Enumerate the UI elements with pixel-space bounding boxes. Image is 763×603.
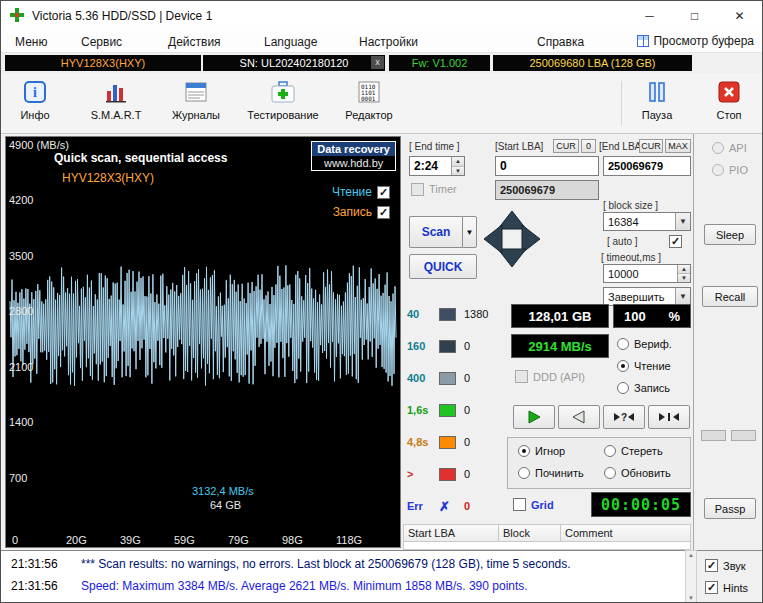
column-comment[interactable]: Comment [561, 524, 691, 542]
remap-radio[interactable] [518, 467, 530, 479]
api-radio [712, 142, 724, 154]
maximize-button[interactable]: □ [672, 1, 717, 31]
sound-checkbox[interactable] [705, 559, 718, 572]
menu-help[interactable]: Справка [537, 35, 584, 49]
journals-icon [184, 80, 208, 106]
scroll-up-icon[interactable]: ▲ [688, 552, 694, 558]
stop-button[interactable]: Стоп [701, 78, 757, 130]
smart-button[interactable]: S.M.A.R.T [83, 78, 149, 130]
passp-button[interactable]: Passp [704, 498, 756, 519]
mode-write[interactable]: Запись [617, 382, 670, 394]
write-radio[interactable] [617, 382, 629, 394]
percent-value: 100 [624, 309, 646, 324]
testing-button[interactable]: Тестирование [239, 78, 327, 130]
menu-main[interactable]: Меню [15, 35, 47, 49]
start-test-button[interactable] [513, 405, 555, 429]
window-controls: ─ □ ✕ [627, 1, 762, 31]
end-lba-input[interactable]: 250069679 [603, 156, 691, 176]
column-start-lba[interactable]: Start LBA [403, 524, 499, 542]
scroll-down-icon[interactable]: ▼ [688, 595, 694, 601]
menu-service[interactable]: Сервис [81, 35, 122, 49]
seek-question-button[interactable]: ? [603, 405, 645, 429]
legend-label: 1,6s [407, 404, 439, 416]
hints-toggle[interactable]: Hints [705, 581, 748, 594]
legend-row: 4,8s 0 [407, 434, 470, 450]
erase-radio[interactable] [604, 445, 616, 457]
x-axis-label: 79G [228, 534, 249, 546]
action-erase[interactable]: Стереть [604, 445, 663, 457]
read-checkbox[interactable] [377, 186, 390, 199]
end-lba-cur-button[interactable]: CUR [639, 139, 663, 153]
sleep-button[interactable]: Sleep [704, 224, 756, 245]
write-checkbox[interactable] [377, 206, 390, 219]
editor-button[interactable]: 011011010001 Редактор [335, 78, 403, 130]
ignore-radio[interactable] [518, 445, 530, 457]
buffer-view-button[interactable]: Просмотр буфера [637, 34, 754, 48]
device-serial-text: SN: UL202402180120 [240, 57, 349, 69]
quick-button[interactable]: QUICK [409, 254, 477, 279]
verify-radio[interactable] [617, 338, 629, 350]
action-remap[interactable]: Починить [518, 467, 584, 479]
timeout-spinner[interactable]: 10000 ▲▼ [603, 264, 691, 283]
close-button[interactable]: ✕ [717, 1, 762, 31]
menu-settings[interactable]: Настройки [359, 35, 418, 49]
timer-label: Timer [429, 183, 457, 195]
info-label: Инфо [20, 109, 49, 121]
write-toggle[interactable]: Запись [333, 205, 390, 219]
log-panel[interactable]: 21:31:56 *** Scan results: no warnings, … [1, 550, 685, 603]
read-radio[interactable] [617, 360, 629, 372]
column-block[interactable]: Block [499, 524, 561, 542]
grid-checkbox[interactable] [513, 498, 526, 511]
action-ignore[interactable]: Игнор [518, 445, 565, 457]
scan-button[interactable]: Scan [409, 216, 462, 248]
grid-toggle[interactable]: Grid [513, 498, 554, 511]
end-lba-max-button[interactable]: MAX [665, 139, 691, 153]
legend-value: 0 [464, 468, 470, 480]
hints-checkbox[interactable] [705, 581, 718, 594]
side-panel: API PIO Sleep Recall Passp [693, 134, 763, 550]
device-model[interactable]: HYV128X3(HXY) [5, 55, 201, 71]
step-back-button[interactable] [558, 405, 600, 429]
ddd-checkbox[interactable] [515, 370, 528, 383]
block-size-dropdown-icon[interactable]: ▼ [675, 213, 690, 230]
block-size-combo[interactable]: 16384 ▼ [603, 212, 691, 231]
start-lba-input[interactable]: 0 [495, 156, 599, 176]
finish-dropdown-icon[interactable]: ▼ [675, 288, 690, 305]
info-button[interactable]: i Инфо [11, 78, 59, 130]
legend-label: 160 [407, 340, 439, 352]
device-serial[interactable]: SN: UL202402180120 x [203, 55, 385, 71]
y-axis-label: 2100 [9, 361, 33, 373]
finish-value: Завершить [604, 291, 675, 303]
seek-end-button[interactable] [648, 405, 690, 429]
minimize-button[interactable]: ─ [627, 1, 672, 31]
read-toggle[interactable]: Чтение [332, 185, 390, 199]
refresh-radio[interactable] [604, 467, 616, 479]
sound-toggle[interactable]: Звук [705, 559, 746, 572]
end-time-spinner[interactable]: 2:24 ▲▼ [409, 156, 465, 176]
mode-read[interactable]: Чтение [617, 360, 671, 372]
timer-checkbox[interactable] [411, 183, 424, 196]
log-scrollbar[interactable]: ▲ ▼ [685, 550, 697, 603]
jog-pad[interactable] [479, 206, 545, 274]
recall-button[interactable]: Recall [702, 286, 758, 307]
start-lba-zero-button[interactable]: 0 [581, 139, 596, 153]
banner: Data recovery www.hdd.by [311, 141, 396, 171]
scan-dropdown-icon[interactable]: ▼ [462, 216, 477, 248]
journals-button[interactable]: Журналы [161, 78, 231, 130]
legend-swatch [439, 436, 456, 449]
end-time-spin-arrows[interactable]: ▲▼ [451, 157, 464, 175]
timeout-spin-arrows[interactable]: ▲▼ [677, 265, 690, 282]
buffer-icon [637, 35, 649, 47]
log-time: 21:31:56 [11, 557, 58, 571]
menu-language[interactable]: Language [264, 35, 317, 49]
mode-verify[interactable]: Вериф. [617, 338, 672, 350]
verify-label: Вериф. [634, 338, 672, 350]
start-lba-cur-button[interactable]: CUR [553, 139, 579, 153]
pause-button[interactable]: Пауза [629, 78, 685, 130]
device-close-icon[interactable]: x [371, 56, 384, 69]
ddd-toggle[interactable]: DDD (API) [515, 370, 585, 383]
auto-checkbox[interactable] [669, 235, 682, 248]
graph-device-label: HYV128X3(HXY) [62, 171, 154, 185]
action-refresh[interactable]: Обновить [604, 467, 671, 479]
menu-actions[interactable]: Действия [168, 35, 221, 49]
